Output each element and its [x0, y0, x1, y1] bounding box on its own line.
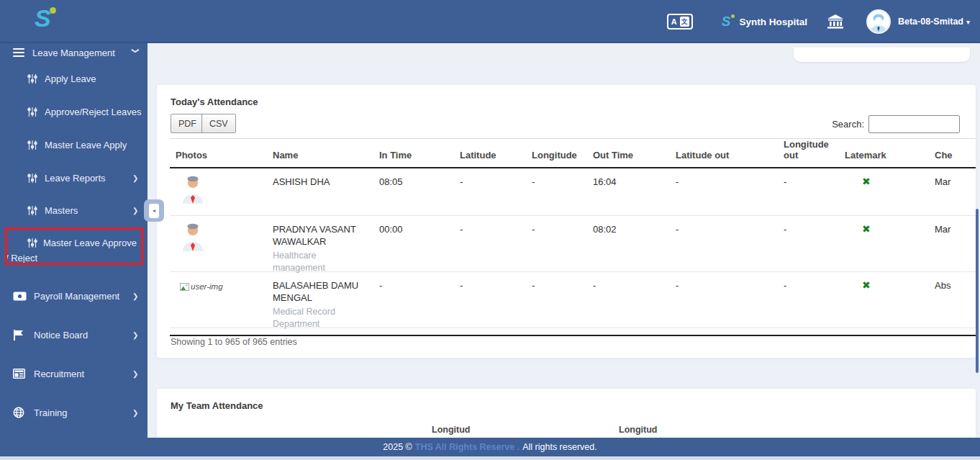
language-translate-button[interactable]: A 文 — [667, 14, 693, 30]
sidebar-item-notice-board[interactable]: Notice Board ❯ — [0, 327, 148, 343]
flag-icon — [13, 330, 24, 341]
sidebar-item-leave-management[interactable]: Leave Management ❯ — [0, 45, 148, 60]
sidebar-item-apply-leave[interactable]: Apply Leave — [0, 71, 148, 86]
sidebar-item-approve-reject-leaves[interactable]: Approve/Reject Leaves — [0, 104, 148, 119]
sliders-icon — [27, 238, 37, 248]
sidebar-label: Approve/Reject Leaves — [45, 107, 141, 117]
newspaper-icon — [13, 369, 25, 379]
cell-name: BALASAHEB DAMU MENGAL Medical Record Dep… — [267, 272, 373, 330]
col-longitude: Longitude — [526, 150, 587, 167]
card-title: Today's Attendance — [171, 96, 258, 107]
cell-in-time: - — [373, 272, 454, 330]
sidebar-label: Master Leave Apply — [45, 140, 127, 150]
latemark-x-icon: ✖ — [839, 168, 929, 215]
chevron-down-icon: ▾ — [966, 18, 970, 26]
col-out-time: Out Time — [587, 150, 670, 167]
sidebar-label: Training — [34, 407, 67, 418]
my-team-attendance-card: My Team Attendance Longitud Longitud — [157, 389, 976, 438]
cell-check-status: Mar — [929, 216, 976, 274]
cell-out-time: 16:04 — [587, 168, 670, 215]
employee-photo-broken: user-img — [170, 272, 267, 330]
sidebar-label: Leave Reports — [45, 173, 106, 184]
col-longitude-clipped: Longitud — [432, 425, 470, 435]
banknote-icon — [13, 292, 27, 301]
col-latitude: Latitude — [454, 150, 526, 167]
export-pdf-button[interactable]: PDF — [171, 114, 204, 133]
pagination-info: Showing 1 to 965 of 965 entries — [171, 337, 297, 347]
table-header-row: Photos Name In Time Latitude Longitude O… — [170, 138, 976, 168]
sidebar-item-training[interactable]: Training ❯ — [0, 405, 148, 420]
sidebar-item-masters[interactable]: Masters ❯ — [0, 202, 148, 218]
sliders-icon — [27, 107, 37, 117]
footer-link[interactable]: THS All Rights Reserve . — [415, 442, 520, 452]
export-csv-button[interactable]: CSV — [201, 114, 236, 133]
sidebar-label: Masters — [45, 205, 78, 216]
footer: 2025 © THS All Rights Reserve . All righ… — [0, 438, 980, 456]
hospital-name: Synth Hospital — [739, 17, 807, 27]
clipped-card-fragment — [794, 48, 970, 62]
col-photos: Photos — [170, 150, 267, 167]
sidebar-label: Recruitment — [34, 369, 84, 379]
cell-latitude-out: - — [670, 216, 778, 274]
col-longitude-out: Longitude out — [778, 139, 839, 167]
chevron-right-icon: ❯ — [132, 331, 138, 339]
sidebar-item-recruitment[interactable]: Recruitment ❯ — [0, 366, 148, 382]
globe-icon — [13, 407, 24, 418]
employee-photo — [170, 216, 267, 274]
search-input[interactable] — [868, 115, 960, 133]
col-name: Name — [267, 150, 373, 167]
chevron-right-icon: ❯ — [132, 207, 138, 215]
logo-dot — [50, 7, 56, 14]
latemark-x-icon: ✖ — [839, 272, 929, 330]
card-title: My Team Attendance — [171, 400, 263, 411]
col-longitude-clipped: Longitud — [619, 425, 657, 435]
footer-rights: All rights reserved. — [522, 442, 597, 452]
user-name: Beta-08-Smitad — [898, 17, 963, 27]
vertical-scrollbar-thumb[interactable] — [976, 209, 979, 373]
app-logo[interactable]: S — [35, 4, 50, 32]
cell-check-status: Abs — [929, 272, 976, 330]
sliders-icon — [27, 73, 37, 84]
attendance-table: Photos Name In Time Latitude Longitude O… — [170, 138, 976, 336]
sidebar-nav: Leave Management ❯ Apply Leave Approve/R… — [0, 43, 148, 438]
cell-longitude-out: - — [778, 272, 839, 330]
chevron-down-icon: ❯ — [132, 48, 140, 53]
table-row[interactable]: PRADNYA VASANT WAWALKAR Healthcare manag… — [170, 216, 976, 272]
cell-latitude: - — [454, 272, 526, 330]
footer-year: 2025 © — [383, 442, 412, 452]
col-in-time: In Time — [373, 150, 454, 167]
cell-in-time: 08:05 — [373, 168, 454, 215]
cell-longitude: - — [526, 216, 587, 274]
translate-latin-glyph: A — [671, 17, 678, 26]
hamburger-menu-icon[interactable] — [13, 48, 24, 57]
institution-icon[interactable] — [827, 14, 843, 29]
sliders-icon — [27, 173, 37, 184]
sidebar-item-payroll-management[interactable]: Payroll Management ❯ — [0, 288, 148, 304]
sidebar-collapse-button[interactable]: ◂ — [144, 199, 164, 222]
col-latitude-out: Latitude out — [670, 150, 778, 167]
col-check-clipped: Che — [929, 150, 976, 167]
chevron-right-icon: ❯ — [132, 174, 138, 182]
sidebar-item-master-leave-approve-reject[interactable]: Master Leave Approve / Reject — [6, 235, 140, 266]
table-row[interactable]: user-img BALASAHEB DAMU MENGAL Medical R… — [170, 272, 976, 328]
user-menu[interactable]: Beta-08-Smitad ▾ — [898, 17, 970, 27]
cell-out-time: 08:02 — [587, 216, 670, 274]
translate-cjk-glyph: 文 — [680, 17, 689, 27]
broken-image-icon — [180, 283, 189, 291]
main-content: Today's Attendance PDF CSV Search: Photo… — [148, 43, 980, 438]
sliders-icon — [27, 140, 37, 150]
sidebar-label: Master Leave Approve / Reject — [6, 238, 137, 263]
cell-longitude-out: - — [778, 168, 839, 215]
cell-check-status: Mar — [929, 168, 976, 215]
user-avatar[interactable] — [866, 9, 891, 34]
table-row[interactable]: ASHISH DHA 08:05 - - 16:04 - - ✖ Mar — [170, 168, 976, 216]
sidebar-item-leave-reports[interactable]: Leave Reports ❯ — [0, 170, 148, 186]
chevron-right-icon: ❯ — [132, 370, 138, 378]
cell-department: Medical Record Department — [273, 306, 368, 330]
sidebar-item-master-leave-apply[interactable]: Master Leave Apply — [0, 137, 148, 153]
sliders-icon — [27, 205, 37, 216]
sidebar-label: Apply Leave — [45, 73, 96, 84]
todays-attendance-card: Today's Attendance PDF CSV Search: Photo… — [157, 85, 976, 358]
col-latemark: Latemark — [839, 150, 929, 167]
cell-out-time: - — [587, 272, 670, 330]
